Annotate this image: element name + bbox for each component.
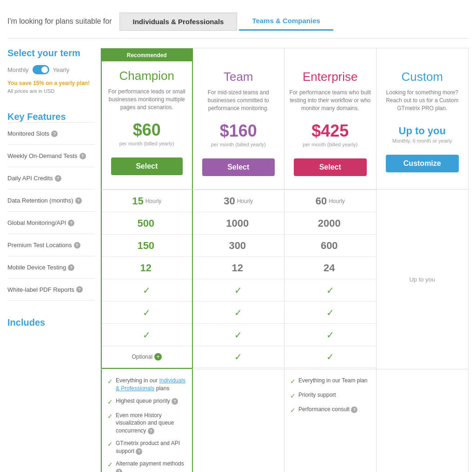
- plan-price-custom: Up to you: [377, 125, 469, 137]
- champion-daily-api: 150: [137, 240, 154, 252]
- includes-item-2: ✓ Highest queue priority ?: [107, 397, 186, 407]
- select-button-enterprise[interactable]: Select: [294, 158, 367, 176]
- features-custom: Up to you: [377, 190, 469, 369]
- champion-monitored-slots-num: 15: [132, 195, 143, 207]
- info-icon-perf-consult[interactable]: ?: [351, 406, 357, 413]
- plan-desc-team: For mid-sized teams and businesses commi…: [193, 89, 284, 117]
- features-champion: 15 Hourly 500 150 12 ✓: [101, 190, 193, 369]
- includes-team: [193, 369, 285, 472]
- includes-ent-check-3: ✓: [290, 406, 296, 415]
- champion-data-retention: 12: [140, 262, 152, 274]
- info-icon-premium-locations[interactable]: ?: [74, 242, 80, 249]
- term-toggle[interactable]: [33, 65, 49, 74]
- info-icon-daily-api[interactable]: ?: [55, 175, 61, 182]
- enterprise-mobile-testing-check: ✓: [326, 329, 334, 341]
- enterprise-daily-api: 600: [321, 240, 338, 252]
- champion-global-monitoring-check: ✓: [143, 285, 151, 296]
- includes-check-2: ✓: [107, 398, 113, 407]
- includes-item-1: ✓ Everything in our Individuals & Profes…: [107, 377, 186, 393]
- features-team: 30 Hourly 1000 300 12 ✓: [193, 190, 285, 369]
- info-icon-history[interactable]: ?: [148, 428, 154, 434]
- plan-price-sub-team: per month (billed yearly): [193, 142, 284, 147]
- plan-name-team: Team: [198, 70, 280, 84]
- feature-label-weekly-tests: Weekly On-Demand Tests ?: [7, 144, 95, 167]
- select-term-title: Select your term: [7, 48, 95, 59]
- recommended-badge: Recommended: [102, 49, 192, 61]
- plan-price-enterprise: $425: [311, 121, 349, 140]
- info-icon-monitored-slots[interactable]: ?: [51, 131, 58, 137]
- enterprise-monitored-slots-sub: Hourly: [329, 198, 345, 204]
- plan-champion-col: Recommended Champion For performance lea…: [101, 48, 193, 189]
- plan-name-custom: Custom: [381, 70, 464, 84]
- customize-button[interactable]: Customize: [386, 155, 459, 172]
- team-global-monitoring-check: ✓: [234, 285, 242, 296]
- team-daily-api: 300: [229, 240, 246, 252]
- plan-price-sub-champion: per month (billed yearly): [102, 141, 192, 146]
- team-whitelabel-check: ✓: [234, 351, 242, 362]
- info-icon-mobile-testing[interactable]: ?: [68, 264, 74, 271]
- custom-up-to-you: Up to you: [409, 276, 435, 283]
- plan-desc-enterprise: For performance teams who built testing …: [284, 89, 376, 117]
- info-icon-data-retention[interactable]: ?: [75, 197, 82, 204]
- select-button-team[interactable]: Select: [202, 158, 275, 176]
- includes-item-4: ✓ GTmetrix product and API support ?: [107, 439, 186, 455]
- plan-enterprise-col: Enterprise For performance teams who bui…: [284, 48, 377, 189]
- plan-name-champion: Champion: [106, 69, 187, 83]
- champion-mobile-testing-check: ✓: [143, 329, 151, 341]
- includes-enterprise: ✓ Everything in our Team plan ✓ Priority…: [284, 369, 377, 472]
- yearly-label: Yearly: [53, 66, 70, 73]
- feature-label-monitored-slots: Monitored Slots ?: [7, 122, 95, 144]
- plan-price-team: $160: [220, 121, 257, 140]
- plan-desc-champion: For performance leads or small businesse…: [102, 88, 192, 116]
- includes-ent-check-2: ✓: [290, 392, 296, 401]
- info-icon-whitelabel[interactable]: ?: [76, 286, 83, 293]
- info-icon-api-support[interactable]: ?: [136, 448, 142, 455]
- includes-check-4: ✓: [107, 440, 113, 449]
- includes-item-3: ✓ Even more History visualization and qu…: [107, 412, 186, 435]
- includes-check-3: ✓: [107, 412, 113, 421]
- enterprise-monitored-slots-num: 60: [316, 195, 327, 207]
- feature-label-mobile-testing: Mobile Device Testing ?: [7, 256, 95, 278]
- features-enterprise: 60 Hourly 2000 600 24 ✓: [284, 190, 377, 369]
- info-icon-queue[interactable]: ?: [172, 398, 178, 405]
- team-weekly-tests: 1000: [226, 217, 249, 229]
- plan-price-sub-enterprise: per month (billed yearly): [284, 142, 376, 147]
- tab-teams[interactable]: Teams & Companies: [239, 12, 333, 31]
- includes-item-5: ✓ Alternate payment methods ?: [107, 460, 186, 472]
- optional-plus-icon[interactable]: +: [154, 353, 162, 361]
- team-premium-locations-check: ✓: [234, 307, 242, 318]
- team-monitored-slots-num: 30: [224, 195, 235, 207]
- feature-label-daily-api: Daily API Credits ?: [7, 167, 95, 189]
- includes-ent-item-2: ✓ Priority support: [290, 391, 370, 401]
- enterprise-premium-locations-check: ✓: [326, 307, 334, 318]
- enterprise-data-retention: 24: [324, 262, 335, 274]
- includes-ent-item-3: ✓ Performance consult ?: [290, 406, 370, 415]
- champion-monitored-slots-sub: Hourly: [145, 198, 162, 204]
- champion-premium-locations-check: ✓: [143, 307, 151, 318]
- includes-title: Includes: [7, 310, 95, 328]
- feature-label-whitelabel: White-label PDF Reports ?: [7, 278, 95, 301]
- plan-name-enterprise: Enterprise: [289, 70, 371, 84]
- feature-label-data-retention: Data Retention (months) ?: [7, 189, 95, 211]
- info-icon-weekly-tests[interactable]: ?: [79, 153, 86, 159]
- plan-team-col: Team For mid-sized teams and businesses …: [193, 48, 285, 189]
- info-icon-global-monitoring[interactable]: ?: [68, 220, 74, 226]
- enterprise-whitelabel-check: ✓: [326, 351, 334, 362]
- team-mobile-testing-check: ✓: [234, 329, 242, 341]
- feature-label-premium-locations: Premium Test Locations ?: [7, 234, 95, 256]
- tab-individuals[interactable]: Individuals & Professionals: [119, 13, 238, 31]
- info-icon-payment[interactable]: ?: [116, 469, 122, 472]
- key-features-title: Key Features: [7, 110, 95, 122]
- champion-weekly-tests: 500: [137, 217, 154, 229]
- includes-custom: [377, 369, 469, 472]
- individuals-professionals-link[interactable]: Individuals & Professionals: [116, 377, 185, 392]
- select-button-champion[interactable]: Select: [111, 157, 183, 175]
- includes-check-1: ✓: [107, 377, 113, 387]
- plan-desc-custom: Looking for something more? Reach out to…: [377, 89, 469, 117]
- plan-custom-col: Custom Looking for something more? Reach…: [377, 48, 469, 189]
- includes-champion: ✓ Everything in our Individuals & Profes…: [101, 369, 193, 472]
- team-data-retention: 12: [232, 262, 243, 274]
- savings-text: You save 15% on a yearly plan!: [7, 80, 95, 86]
- enterprise-global-monitoring-check: ✓: [326, 285, 334, 296]
- usd-text: All prices are in USD: [7, 88, 95, 94]
